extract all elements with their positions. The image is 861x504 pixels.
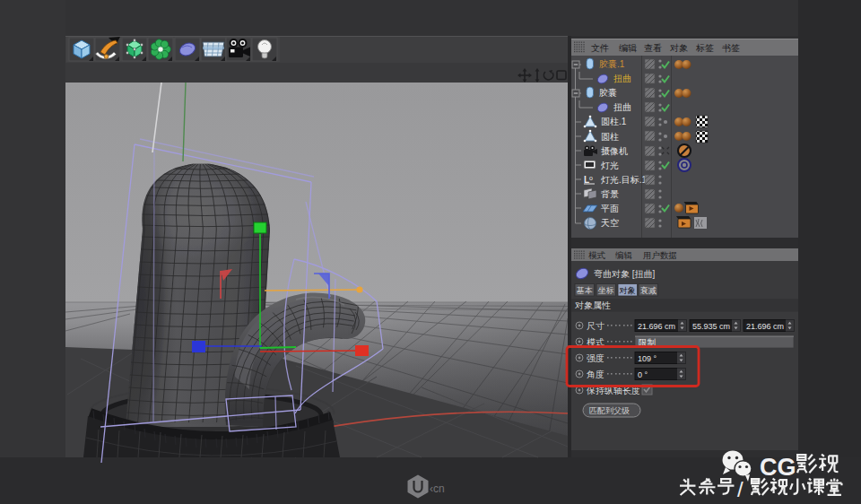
svg-text:编辑: 编辑 [619,43,637,53]
svg-text:o: o [589,175,593,181]
svg-text:模式: 模式 [588,250,606,260]
svg-text:天空: 天空 [601,218,619,228]
svg-text:强度: 强度 [587,353,604,363]
svg-text:限制: 限制 [639,337,656,347]
svg-text:书签: 书签 [722,43,740,53]
svg-text:圆柱: 圆柱 [601,132,619,142]
svg-text:平面: 平面 [601,204,619,213]
svg-text:灯光: 灯光 [601,161,619,170]
svg-text:CG: CG [760,454,796,481]
svg-text:衰减: 衰减 [640,286,657,295]
svg-text:对象: 对象 [670,43,688,53]
svg-text:扭曲: 扭曲 [613,74,631,83]
svg-text:21.696 cm: 21.696 cm [638,322,675,331]
svg-text:文件: 文件 [591,43,609,53]
svg-text:基本: 基本 [577,286,593,295]
svg-text:灯光.目标.1: 灯光.目标.1 [601,175,648,185]
svg-text:坐标: 坐标 [598,286,614,295]
svg-text:圆柱.1: 圆柱.1 [601,117,627,126]
svg-text:对象: 对象 [619,286,636,295]
svg-text:用户数据: 用户数据 [643,250,677,260]
svg-text:0 °: 0 ° [638,370,648,379]
svg-text:弯曲对象 [扭曲]: 弯曲对象 [扭曲] [594,269,656,279]
svg-text:标签: 标签 [695,43,714,53]
svg-text:匹配到父级: 匹配到父级 [589,406,630,415]
svg-text:背景: 背景 [601,189,619,199]
svg-text:55.935 cm: 55.935 cm [692,322,730,331]
svg-text:角度: 角度 [587,369,604,379]
svg-text:对象属性: 对象属性 [575,300,611,310]
svg-text:109 °: 109 ° [638,354,657,363]
svg-text:扭曲: 扭曲 [613,102,631,112]
svg-text:查看: 查看 [644,43,662,53]
svg-text:尺寸: 尺寸 [587,321,604,331]
svg-text:摄像机: 摄像机 [601,146,628,156]
svg-text:21.696 cm: 21.696 cm [746,322,784,331]
svg-text:‹cn: ‹cn [430,482,445,495]
svg-text:编辑: 编辑 [615,250,633,260]
svg-text:胶囊: 胶囊 [599,88,617,98]
svg-text:胶囊.1: 胶囊.1 [599,59,625,69]
svg-text:/: / [737,477,744,501]
